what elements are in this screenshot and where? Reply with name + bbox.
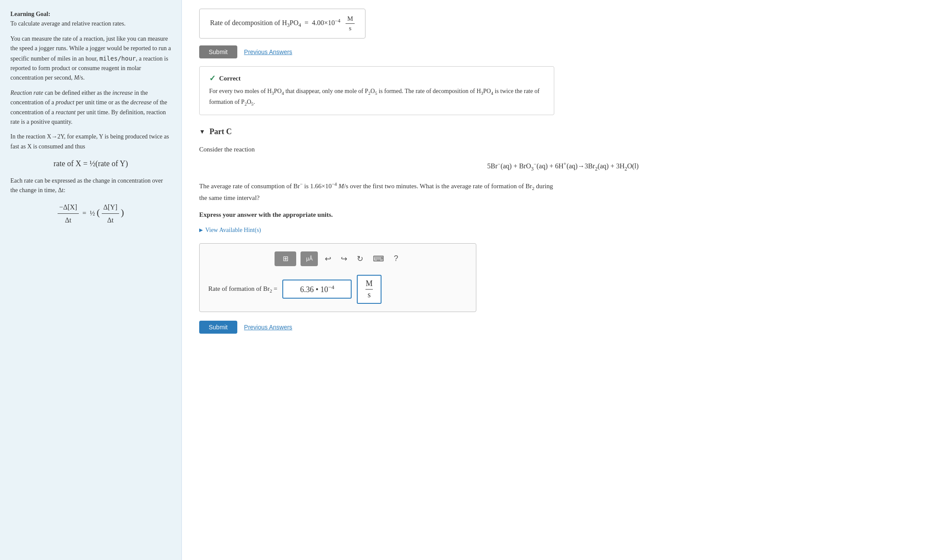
decomp-answer-box: Rate of decomposition of H3PO4 = 4.00×10… [199,9,365,39]
question-text: The average rate of consumption of Br− i… [199,180,554,204]
reaction-formula: 5Br−(aq) + BrO3−(aq) + 6H+(aq)→3Br2(aq) … [199,161,927,172]
refresh-icon: ↻ [357,254,363,263]
help-button[interactable]: ? [391,252,401,265]
sidebar-para3: In the reaction X→2Y, for example, Y is … [10,132,171,151]
unit-numerator: M [365,279,372,290]
decomp-text: Rate of decomposition of H3PO4 = 4.00×10… [210,15,355,32]
correct-text: For every two moles of H3PO4 that disapp… [209,87,544,108]
redo-button[interactable]: ↪ [338,252,350,265]
undo-button[interactable]: ↩ [322,252,334,265]
collapse-triangle-icon[interactable]: ▼ [199,129,205,135]
consider-text: Consider the reaction [199,146,927,153]
formula-rate-xy: rate of X = ½(rate of Y) [10,158,171,170]
value-input[interactable]: 6.36 • 10−4 [282,280,352,299]
sidebar: Learning Goal: To calculate average and … [0,0,182,560]
answer-input-row: Rate of formation of Br2 = 6.36 • 10−4 M… [208,275,467,304]
part-b-btn-row: Submit Previous Answers [199,45,927,58]
part-c-btn-row: Submit Previous Answers [199,321,927,334]
keyboard-button[interactable]: ⌨ [370,252,387,265]
redo-icon: ↪ [341,254,347,263]
part-b-prev-answers-button[interactable]: Previous Answers [244,48,292,55]
check-icon: ✓ [209,74,216,83]
hint-label: View Available Hint(s) [205,227,261,234]
part-c-title: Part C [210,127,232,136]
grid-button[interactable]: ⊞ [275,251,296,266]
part-c-header: ▼ Part C [199,127,927,136]
part-c-prev-answers-button[interactable]: Previous Answers [244,324,292,331]
part-b-submit-button[interactable]: Submit [199,45,237,58]
sidebar-para2: Reaction rate can be defined either as t… [10,88,171,127]
unit-denominator: s [368,290,371,299]
express-text: Express your answer with the appropriate… [199,209,554,221]
part-c-submit-button[interactable]: Submit [199,321,237,334]
correct-title: Correct [219,75,241,82]
sidebar-para1: You can measure the rate of a reaction, … [10,34,171,83]
formula-delta: −Δ[X] Δt = ½ ( Δ[Y] Δt ) [10,202,171,226]
correct-feedback-box: ✓ Correct For every two moles of H3PO4 t… [199,66,554,115]
mu-button[interactable]: μÅ [301,251,318,266]
hint-triangle-icon: ▶ [199,227,203,233]
rate-input-label: Rate of formation of Br2 = [208,285,277,293]
main-content: Rate of decomposition of H3PO4 = 4.00×10… [182,0,944,560]
keyboard-icon: ⌨ [373,254,384,263]
sidebar-para4: Each rate can be expressed as the change… [10,176,171,196]
refresh-button[interactable]: ↻ [354,252,366,265]
learning-goal-title: Learning Goal: [10,11,50,17]
help-icon: ? [394,254,398,263]
input-area: ⊞ μÅ ↩ ↪ ↻ ⌨ ? Rate of formati [199,243,476,312]
correct-header: ✓ Correct [209,74,544,83]
hint-link[interactable]: ▶ View Available Hint(s) [199,227,927,234]
unit-box[interactable]: M s [357,275,381,304]
mu-icon: μÅ [306,256,313,262]
toolbar: ⊞ μÅ ↩ ↪ ↻ ⌨ ? [208,251,467,266]
grid-icon: ⊞ [283,254,288,263]
learning-goal-text: To calculate average and relative reacti… [10,20,126,27]
undo-icon: ↩ [325,254,331,263]
